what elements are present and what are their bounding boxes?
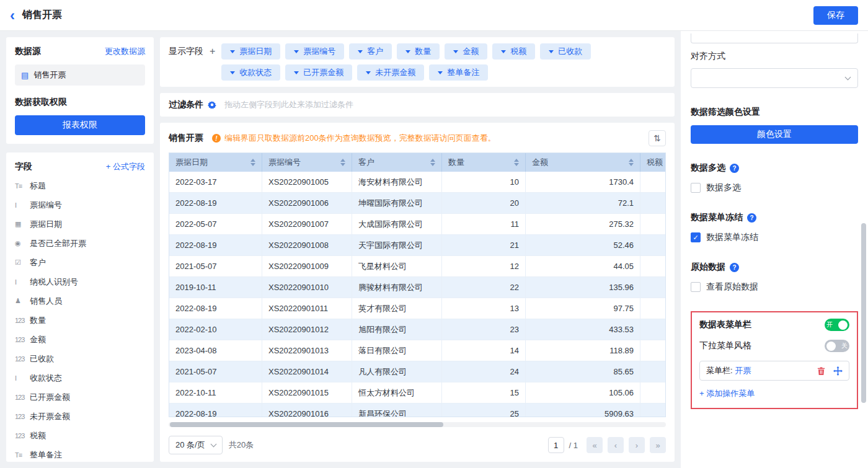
column-header[interactable]: 金额 [526, 153, 640, 172]
field-chip[interactable]: 税额 [492, 43, 535, 60]
field-item[interactable]: 123 未开票金额 [15, 407, 145, 426]
column-label: 票据编号 [268, 157, 301, 168]
cell-bill-number: XS20220901015 [262, 382, 352, 403]
field-item[interactable]: ▦ 票据日期 [15, 214, 145, 234]
scrollbar-thumb[interactable] [170, 422, 443, 427]
field-item[interactable]: 123 数量 [15, 311, 145, 330]
cell-bill-number: XS20220901007 [262, 214, 352, 234]
datasource-selected-item[interactable]: ▤ 销售开票 [15, 64, 145, 86]
field-item[interactable]: ☑ 客户 [15, 253, 145, 272]
field-item[interactable]: T≡ 标题 [15, 176, 145, 195]
add-formula-field-link[interactable]: + 公式字段 [106, 161, 145, 172]
field-item[interactable]: I 纳税人识别号 [15, 272, 145, 291]
dropdown-style-label: 下拉菜单风格 [699, 340, 751, 351]
warning-icon: ! [212, 134, 221, 143]
horizontal-scrollbar[interactable] [169, 422, 666, 427]
sort-arrows-icon[interactable] [430, 159, 435, 166]
cell-quantity: 11 [442, 214, 526, 234]
field-chip[interactable]: 客户 [349, 43, 392, 60]
field-chip[interactable]: 票据日期 [221, 43, 280, 60]
color-settings-button[interactable]: 颜色设置 [691, 125, 858, 144]
chip-label: 税额 [510, 46, 526, 57]
checkbox-unchecked-icon[interactable] [691, 183, 701, 193]
field-chip[interactable]: 未开票金额 [357, 64, 424, 81]
field-chip[interactable]: 票据编号 [285, 43, 344, 60]
add-operation-menu-link[interactable]: + 添加操作菜单 [699, 388, 849, 399]
cell-quantity: 10 [442, 172, 526, 192]
sort-arrows-icon[interactable] [629, 159, 634, 166]
page-title: 销售开票 [22, 9, 62, 22]
cell-amount: 5909.63 [526, 404, 640, 417]
sort-arrows-icon[interactable] [250, 159, 255, 166]
field-item[interactable]: 123 税额 [15, 426, 145, 445]
column-header[interactable]: 票据编号 [262, 153, 352, 172]
help-icon[interactable]: ? [730, 263, 739, 272]
menu-item-row[interactable]: 菜单栏: 开票 [699, 361, 849, 381]
field-item[interactable]: 123 已开票金额 [15, 387, 145, 407]
checkbox-label: 数据菜单冻结 [706, 232, 758, 243]
field-chip[interactable]: 已开票金额 [285, 64, 352, 81]
current-page[interactable]: 1 [548, 437, 564, 453]
raw-data-checkbox-row[interactable]: 查看原始数据 [691, 281, 858, 293]
cell-bill-date: 2022-08-19 [169, 235, 262, 255]
field-item[interactable]: I 票据编号 [15, 195, 145, 214]
cell-bill-number: XS20220901008 [262, 235, 352, 255]
field-chip[interactable]: 金额 [445, 43, 487, 60]
field-item[interactable]: ♟ 销售人员 [15, 291, 145, 311]
page-size-select[interactable]: 20 条/页 [169, 436, 223, 454]
menu-freeze-checkbox-row[interactable]: ✓ 数据菜单冻结 [691, 232, 858, 243]
field-item[interactable]: I 收款状态 [15, 368, 145, 387]
help-icon[interactable]: ? [730, 164, 739, 173]
sort-arrows-icon[interactable] [340, 159, 345, 166]
vertical-scrollbar[interactable] [861, 223, 866, 403]
prev-page-button[interactable]: ‹ [608, 437, 624, 453]
field-item[interactable]: ◉ 是否已全部开票 [15, 234, 145, 253]
field-label: 标题 [30, 180, 46, 192]
field-chip[interactable]: 收款状态 [221, 64, 280, 81]
back-button[interactable]: ‹ [10, 9, 15, 22]
field-label: 已收款 [30, 353, 54, 364]
help-icon[interactable]: ? [747, 213, 756, 223]
first-page-button[interactable]: « [587, 437, 603, 453]
column-header[interactable]: 数量 [442, 153, 526, 172]
column-header[interactable]: 税额 [640, 153, 665, 172]
column-header[interactable]: 客户 [352, 153, 442, 172]
column-header[interactable]: 票据日期 [169, 153, 262, 172]
field-chip[interactable]: 已收款 [540, 43, 591, 60]
checkbox-checked-icon[interactable]: ✓ [691, 232, 701, 242]
change-datasource-link[interactable]: 更改数据源 [105, 46, 145, 57]
cell-customer: 腾骏材料有限公司 [352, 277, 442, 298]
cell-customer: 大成国际有限公司 [352, 214, 442, 234]
next-page-button[interactable]: › [629, 437, 645, 453]
field-item[interactable]: T≡ 整单备注 [15, 445, 145, 462]
align-select[interactable] [691, 68, 858, 88]
data-table: 票据日期 票据编号 客户 [169, 152, 666, 417]
checkbox-unchecked-icon[interactable] [691, 282, 701, 292]
input-icon: I [15, 374, 30, 382]
menu-bar-toggle-on[interactable]: 开 [825, 319, 849, 331]
dropdown-style-toggle-off[interactable]: 关 [825, 340, 849, 352]
cell-quantity: 13 [442, 298, 526, 319]
table-row: 2022-08-19 XS20220901008 天宇国际有限公司 21 52.… [169, 235, 665, 256]
cell-bill-date: 2022-08-19 [169, 298, 262, 319]
gear-icon[interactable] [208, 100, 216, 109]
menu-bar-title: 数据表菜单栏 [699, 319, 751, 330]
report-permission-button[interactable]: 报表权限 [15, 115, 145, 135]
add-display-field-button[interactable]: + [210, 46, 215, 57]
text-icon: T≡ [15, 451, 30, 459]
field-item[interactable]: 123 已收款 [15, 349, 145, 368]
field-item[interactable]: 123 金额 [15, 330, 145, 349]
chevron-down-icon [549, 50, 554, 53]
field-chip[interactable]: 数量 [397, 43, 440, 60]
trash-icon[interactable] [817, 366, 826, 376]
cell-customer: 坤曜国际有限公司 [352, 193, 442, 213]
move-icon[interactable] [833, 366, 843, 376]
field-chip[interactable]: 整单备注 [429, 64, 488, 81]
last-page-button[interactable]: » [650, 437, 666, 453]
sort-arrows-icon[interactable] [514, 159, 519, 166]
sort-order-button[interactable]: ⇅ [649, 130, 666, 146]
chevron-down-icon [453, 50, 458, 53]
partial-dropdown[interactable] [691, 33, 858, 43]
multi-select-checkbox-row[interactable]: 数据多选 [691, 182, 858, 193]
save-button[interactable]: 保存 [813, 6, 858, 25]
